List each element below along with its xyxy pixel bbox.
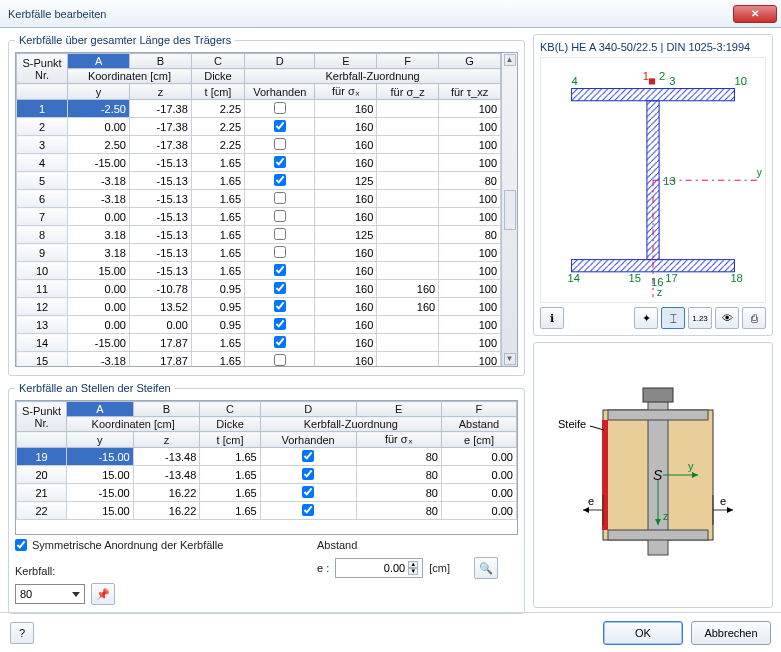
- table-row[interactable]: 110.00-10.780.95160160100: [17, 280, 501, 298]
- info-button[interactable]: ℹ: [540, 307, 564, 329]
- table-row[interactable]: 83.18-15.131.6512580: [17, 226, 501, 244]
- svg-text:y: y: [688, 460, 694, 472]
- vorhanden-checkbox[interactable]: [274, 246, 286, 258]
- vorhanden-checkbox[interactable]: [274, 300, 286, 312]
- col-B[interactable]: B: [129, 54, 191, 69]
- tool-print-button[interactable]: ⎙: [742, 307, 766, 329]
- kerbfall-dropdown[interactable]: 80: [15, 584, 85, 604]
- table-row[interactable]: 93.18-15.131.65160100: [17, 244, 501, 262]
- table-row[interactable]: 14-15.0017.871.65160100: [17, 334, 501, 352]
- table-row[interactable]: 15-3.1817.871.65160100: [17, 352, 501, 367]
- footer: ? OK Abbrechen: [0, 612, 781, 652]
- svg-text:1: 1: [643, 70, 649, 82]
- cross-section-preview: KB(L) HE A 340-50/22.5 | DIN 1025-3:1994…: [533, 34, 773, 336]
- svg-text:18: 18: [730, 272, 742, 284]
- svg-rect-0: [572, 89, 735, 101]
- vorhanden-checkbox[interactable]: [274, 210, 286, 222]
- table1-wrap: S-PunktNr. A B C D E F G Koordinaten [cm…: [15, 52, 518, 367]
- svg-text:14: 14: [567, 272, 579, 284]
- table-row[interactable]: 32.50-17.382.25160100: [17, 136, 501, 154]
- col-E[interactable]: E: [315, 54, 377, 69]
- vorhanden-checkbox[interactable]: [274, 156, 286, 168]
- kerbfall-pick-button[interactable]: 📌: [91, 583, 115, 605]
- svg-rect-21: [608, 410, 708, 420]
- svg-marker-35: [583, 507, 589, 513]
- table-row[interactable]: 20.00-17.382.25160100: [17, 118, 501, 136]
- col-D[interactable]: D: [245, 54, 315, 69]
- tool-beam-button[interactable]: ⌶: [661, 307, 685, 329]
- table-row[interactable]: 2015.00-13.481.65800.00: [17, 466, 517, 484]
- vorhanden-checkbox[interactable]: [274, 264, 286, 276]
- svg-text:16: 16: [651, 276, 663, 288]
- svg-text:Steife: Steife: [558, 418, 586, 430]
- table-row[interactable]: 2215.0016.221.65800.00: [17, 502, 517, 520]
- table1-scrollbar[interactable]: ▲▼: [501, 53, 517, 366]
- svg-text:13: 13: [663, 175, 675, 187]
- svg-line-26: [590, 426, 604, 430]
- table-row[interactable]: 1015.00-15.131.65160100: [17, 262, 501, 280]
- table-row[interactable]: 120.0013.520.95160160100: [17, 298, 501, 316]
- vorhanden-checkbox[interactable]: [274, 192, 286, 204]
- vorhanden-checkbox[interactable]: [274, 102, 286, 114]
- col-A[interactable]: A: [68, 54, 130, 69]
- steife-diagram: Steife S y z ee: [533, 342, 773, 608]
- vorhanden-checkbox[interactable]: [274, 336, 286, 348]
- svg-text:2: 2: [659, 70, 665, 82]
- symmetric-label: Symmetrische Anordnung der Kerbfälle: [32, 539, 223, 551]
- svg-text:4: 4: [572, 75, 578, 87]
- tool-axes-button[interactable]: ✦: [634, 307, 658, 329]
- ok-button[interactable]: OK: [603, 621, 683, 645]
- vorhanden-checkbox[interactable]: [302, 450, 314, 462]
- help-button[interactable]: ?: [10, 622, 34, 644]
- col-G[interactable]: G: [439, 54, 501, 69]
- svg-text:e: e: [720, 495, 726, 507]
- svg-text:e: e: [588, 495, 594, 507]
- vorhanden-checkbox[interactable]: [274, 228, 286, 240]
- table2-wrap: S-PunktNr. A B C D E F Koordinaten [cm] …: [15, 400, 518, 535]
- table-row[interactable]: 21-15.0016.221.65800.00: [17, 484, 517, 502]
- vorhanden-checkbox[interactable]: [274, 120, 286, 132]
- preview-title: KB(L) HE A 340-50/22.5 | DIN 1025-3:1994: [540, 41, 766, 53]
- tool-values-button[interactable]: 1.23: [688, 307, 712, 329]
- preview-toolbar: ℹ ✦ ⌶ 1.23 👁 ⎙: [540, 307, 766, 329]
- svg-text:y: y: [757, 167, 763, 178]
- svg-text:15: 15: [629, 272, 641, 284]
- vorhanden-checkbox[interactable]: [274, 174, 286, 186]
- table-row[interactable]: 6-3.18-15.131.65160100: [17, 190, 501, 208]
- vorhanden-checkbox[interactable]: [274, 282, 286, 294]
- zoom-button[interactable]: 🔍: [474, 557, 498, 579]
- symmetric-checkbox[interactable]: [15, 539, 27, 551]
- table1[interactable]: S-PunktNr. A B C D E F G Koordinaten [cm…: [16, 53, 501, 366]
- table-row[interactable]: 1-2.50-17.382.25160100: [17, 100, 501, 118]
- table2[interactable]: S-PunktNr. A B C D E F Koordinaten [cm] …: [16, 401, 517, 520]
- col-F[interactable]: F: [377, 54, 439, 69]
- window-title: Kerbfälle bearbeiten: [8, 8, 106, 20]
- section-steifen: Kerbfälle an Stellen der Steifen S-Punkt…: [8, 382, 525, 614]
- vorhanden-checkbox[interactable]: [302, 504, 314, 516]
- svg-rect-23: [643, 388, 673, 402]
- tool-view-button[interactable]: 👁: [715, 307, 739, 329]
- vorhanden-checkbox[interactable]: [274, 138, 286, 150]
- titlebar: Kerbfälle bearbeiten ✕: [0, 0, 781, 28]
- vorhanden-checkbox[interactable]: [274, 318, 286, 330]
- vorhanden-checkbox[interactable]: [274, 354, 286, 366]
- col-C[interactable]: C: [191, 54, 244, 69]
- abstand-input[interactable]: 0.00 ▲▼: [335, 558, 423, 578]
- table-row[interactable]: 130.000.000.95160100: [17, 316, 501, 334]
- svg-text:17: 17: [665, 272, 677, 284]
- col2-A[interactable]: A: [67, 402, 134, 417]
- table-row[interactable]: 5-3.18-15.131.6512580: [17, 172, 501, 190]
- cancel-button[interactable]: Abbrechen: [691, 621, 771, 645]
- kerbfall-label: Kerbfall:: [15, 565, 55, 577]
- vorhanden-checkbox[interactable]: [302, 486, 314, 498]
- vorhanden-checkbox[interactable]: [302, 468, 314, 480]
- abstand-label: Abstand: [317, 539, 498, 551]
- close-button[interactable]: ✕: [733, 5, 777, 23]
- svg-rect-22: [608, 530, 708, 540]
- svg-rect-7: [649, 78, 655, 84]
- svg-text:z: z: [663, 510, 669, 522]
- table-row[interactable]: 19-15.00-13.481.65800.00: [17, 448, 517, 466]
- table-row[interactable]: 70.00-15.131.65160100: [17, 208, 501, 226]
- svg-marker-37: [727, 507, 733, 513]
- table-row[interactable]: 4-15.00-15.131.65160100: [17, 154, 501, 172]
